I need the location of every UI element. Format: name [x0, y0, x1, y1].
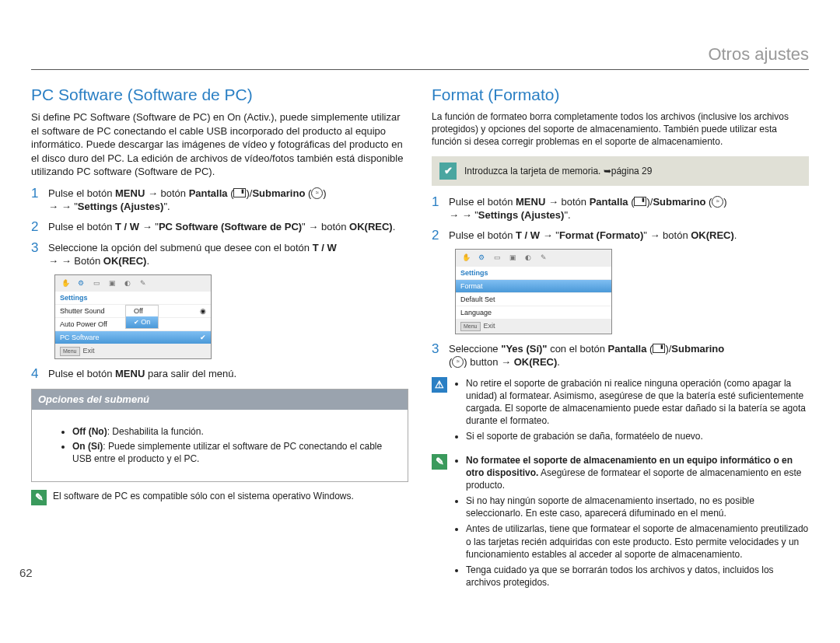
display-icon: [233, 188, 246, 197]
left-step-4: Pulse el botón MENU para salir del menú.: [48, 367, 408, 382]
hand-icon: ✋: [60, 278, 71, 288]
option-on: On: [141, 318, 150, 326]
menu-item: Default Set: [460, 295, 495, 304]
step-number: 2: [432, 229, 443, 243]
warning-bullets: No retire el soporte de grabación ni rea…: [453, 377, 809, 446]
step-number: 3: [31, 241, 42, 268]
menu-item: Shutter Sound: [60, 306, 105, 316]
left-step-2: Pulse el botón T / W → "PC Software (Sof…: [48, 220, 408, 235]
camera-icon: ▣: [107, 278, 117, 288]
info-item: Tenga cuidado ya que se borrarán todos l…: [466, 564, 809, 589]
submenu-option-off: Off (No): Deshabilita la función.: [72, 425, 398, 438]
info-item: No formatee el soporte de almacenamiento…: [466, 454, 809, 492]
info-item: Si no hay ningún soporte de almacenamien…: [466, 494, 809, 519]
info-bullets: No formatee el soporte de almacenamiento…: [453, 454, 809, 592]
display-icon: [634, 197, 646, 206]
warning-item: Si el soporte de grabación se daña, form…: [466, 430, 809, 442]
warning-icon: ⚠: [432, 377, 447, 393]
right-intro: La función de formateo borra completamen…: [432, 110, 809, 149]
camera-screenshot-format: ✋ ⚙ ▭ ▣ ◐ ✎ Settings Format Default Set …: [455, 249, 612, 334]
gear-icon: ⚙: [476, 253, 487, 262]
left-step-3: Seleccione la opción del submenú que des…: [48, 241, 408, 268]
left-title: PC Software (Software de PC): [31, 84, 408, 106]
film-icon: ▭: [91, 278, 102, 288]
menu-item: Language: [460, 308, 492, 317]
underwater-icon: ≈: [452, 356, 464, 368]
left-intro: Si define PC Software (Software de PC) e…: [31, 110, 408, 179]
menu-item-selected: PC Software: [60, 333, 100, 342]
hand-icon: ✋: [460, 253, 471, 262]
play-icon: ◐: [122, 278, 133, 288]
camera-screenshot-pc-software: ✋ ⚙ ▭ ▣ ◐ ✎ Settings Shutter Sound◉ Auto…: [54, 274, 212, 359]
menu-tag: Menu: [60, 347, 80, 355]
callout-text: Introduzca la tarjeta de memoria. ➥págin…: [464, 165, 652, 177]
page-number: 62: [19, 565, 33, 581]
underwater-icon: ≈: [311, 187, 323, 199]
play-icon: ◐: [523, 253, 534, 262]
right-step-3: Seleccione "Yes (Sí)" con el botón Panta…: [449, 342, 809, 369]
gear-icon: ⚙: [75, 278, 86, 288]
info-item: Antes de utilizarlas, tiene que formatea…: [466, 522, 809, 561]
step-number: 1: [432, 195, 443, 222]
menu-tag: Menu: [460, 322, 481, 330]
step-number: 1: [31, 187, 42, 214]
right-column: Format (Formato) La función de formateo …: [432, 84, 809, 592]
step-number: 3: [432, 342, 443, 369]
submenu-title: Opciones del submenú: [32, 390, 408, 410]
menu-item-selected: Format: [460, 281, 483, 291]
submenu-option-on: On (Sí): Puede simplemente utilizar el s…: [72, 440, 398, 465]
right-step-1: Pulse el botón MENU → botón Pantalla ()/…: [449, 195, 809, 222]
option-off: Off: [126, 306, 158, 316]
tools-icon: ✎: [538, 253, 549, 262]
display-icon: [653, 344, 665, 353]
note-icon: ✎: [432, 454, 447, 470]
note-icon: ✎: [31, 490, 47, 505]
film-icon: ▭: [492, 253, 502, 262]
memory-card-callout: ✔ Introduzca la tarjeta de memoria. ➥pág…: [432, 156, 809, 186]
page-header: Otros ajustes: [31, 43, 809, 70]
step-number: 4: [31, 367, 42, 382]
step-number: 2: [31, 220, 42, 235]
left-footnote: El software de PC es compatible sólo con…: [53, 490, 408, 502]
exit-label: Exit: [83, 347, 95, 355]
settings-header: Settings: [460, 268, 488, 278]
camera-icon: ▣: [507, 253, 518, 262]
check-icon: ✔: [439, 162, 457, 180]
right-step-2: Pulse el botón T / W → "Format (Formato)…: [449, 229, 809, 243]
right-title: Format (Formato): [432, 84, 809, 106]
left-column: PC Software (Software de PC) Si define P…: [31, 84, 408, 592]
settings-header: Settings: [60, 293, 88, 302]
underwater-icon: ≈: [712, 196, 723, 208]
exit-label: Exit: [484, 322, 495, 330]
left-step-1: Pulse el botón MENU → botón Pantalla ()/…: [48, 187, 408, 214]
warning-item: No retire el soporte de grabación ni rea…: [466, 377, 809, 428]
menu-item: Auto Power Off: [60, 320, 107, 329]
submenu-options-box: Opciones del submenú Off (No): Deshabili…: [31, 389, 408, 481]
tools-icon: ✎: [138, 278, 149, 288]
